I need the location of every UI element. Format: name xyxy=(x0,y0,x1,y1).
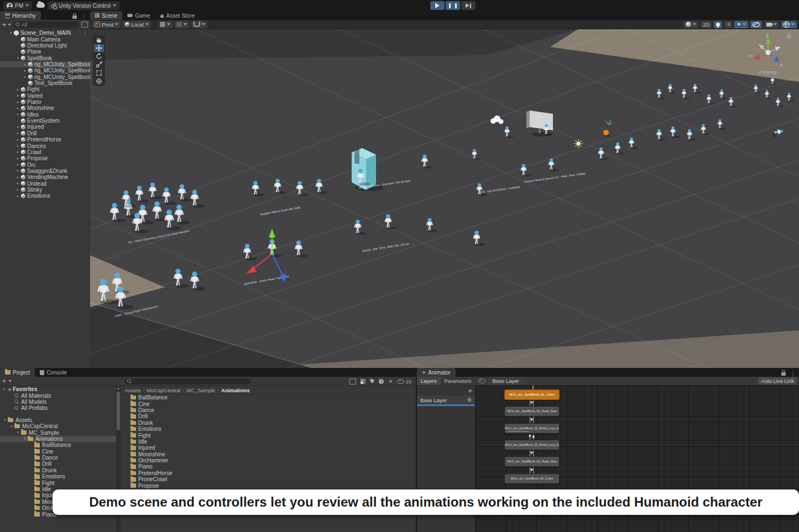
animator-state-node[interactable]: MCU_am_SpellBook_03_Chant xyxy=(504,473,560,484)
folder-row[interactable]: ProneCrawl xyxy=(121,476,416,482)
animator-state-node[interactable]: MCU_am_SpellBook_02_Read_Start xyxy=(504,406,560,417)
tab-console[interactable]: Console xyxy=(35,368,72,377)
expand-arrow-icon[interactable]: ▸ xyxy=(15,138,21,142)
hierarchy-row[interactable]: ▸ Varied xyxy=(0,93,90,99)
expand-arrow-icon[interactable]: ▸ xyxy=(15,194,21,198)
eye-icon[interactable] xyxy=(397,379,404,384)
expand-arrow-icon[interactable]: ▸ xyxy=(15,93,21,98)
favorites-header-row[interactable]: ▾ ★ Favorites xyxy=(0,386,116,392)
version-control-button[interactable]: Unity Version Control xyxy=(48,2,119,10)
rect-tool[interactable] xyxy=(94,69,104,77)
hierarchy-row[interactable]: ▸ Stinky xyxy=(0,187,90,193)
save-search-icon[interactable] xyxy=(349,378,356,384)
step-button[interactable] xyxy=(461,1,476,10)
expand-arrow-icon[interactable]: ▸ xyxy=(15,162,21,167)
camera-settings-button[interactable] xyxy=(764,21,779,28)
auto-live-link-button[interactable]: Auto Live Link xyxy=(758,377,797,384)
lock-icon[interactable] xyxy=(781,372,786,376)
expand-arrow-icon[interactable]: ▾ xyxy=(9,424,14,429)
favorite-star-icon[interactable]: ★ xyxy=(388,379,393,384)
chevron-down-icon[interactable] xyxy=(8,24,11,26)
expand-arrow-icon[interactable]: ▾ xyxy=(15,430,21,435)
hierarchy-row[interactable]: ▸ Propose xyxy=(0,155,90,161)
gear-icon[interactable]: ⚙ xyxy=(467,397,472,403)
tree-row[interactable]: ▾ MC_Sample xyxy=(0,429,116,435)
hierarchy-row[interactable]: ▸ Piano xyxy=(0,99,90,105)
hierarchy-row[interactable]: ▸ Orc xyxy=(0,161,90,167)
tab-scene[interactable]: Scene xyxy=(90,11,122,20)
expand-arrow-icon[interactable]: ▸ xyxy=(15,144,21,148)
folder-row[interactable]: Idle xyxy=(121,439,416,445)
expand-arrow-icon[interactable]: ▸ xyxy=(15,187,21,192)
hierarchy-row[interactable]: ▸ Undead xyxy=(0,180,90,186)
animator-state-node[interactable]: MCU_am_SpellBook_02_Read_Loop_02 xyxy=(504,440,560,450)
hierarchy-row[interactable]: ▸ rig_MCUnity_Spellbook_S xyxy=(0,67,90,73)
audio-toggle-button[interactable] xyxy=(724,21,732,28)
tab-game[interactable]: Game xyxy=(122,11,155,20)
animator-state-node[interactable]: MCU_am_SpellBook_02_Read_Stop xyxy=(504,456,560,467)
hierarchy-row[interactable]: Text_SpellBook xyxy=(0,80,90,86)
tree-row[interactable]: ▾ Assets xyxy=(0,417,116,423)
hierarchy-row[interactable]: ▸ rig_MCUnity_Spellbook xyxy=(0,61,90,67)
hierarchy-row[interactable]: ▸ Moonshine xyxy=(0,105,90,111)
gizmos-button[interactable] xyxy=(781,21,797,28)
chevron-down-icon[interactable] xyxy=(8,380,12,382)
tab-asset-store[interactable]: Asset Store xyxy=(155,11,200,20)
draw-mode-button[interactable] xyxy=(683,21,698,28)
account-button[interactable]: PM xyxy=(3,2,32,10)
pick-object-icon[interactable] xyxy=(81,22,88,28)
hierarchy-row[interactable]: ▸ VendingMachine xyxy=(0,174,90,180)
animator-state-node[interactable]: MCU_am_SpellBook_02_Read_Loop_01 xyxy=(504,423,560,434)
kebab-menu-icon[interactable]: ⋮ xyxy=(80,30,90,36)
view-hand-tool[interactable] xyxy=(94,36,104,44)
tree-row[interactable]: Dance xyxy=(0,455,116,461)
info-icon[interactable]: ! xyxy=(379,379,384,384)
scene-viewport[interactable]: Orc - Walk 4 Directions, Root & Non-Root… xyxy=(90,29,799,368)
folder-row[interactable]: OrcHammer xyxy=(121,457,416,463)
expand-arrow-icon[interactable]: ▾ xyxy=(1,387,7,392)
tree-row[interactable]: BallBalance xyxy=(0,442,116,448)
expand-arrow-icon[interactable]: ▸ xyxy=(15,100,21,104)
projection-label[interactable]: < Persp xyxy=(744,69,791,75)
increment-snap-button[interactable] xyxy=(175,21,189,28)
hierarchy-row[interactable]: ▸ Crawl xyxy=(0,149,90,155)
expand-arrow-icon[interactable]: ▾ xyxy=(2,418,8,422)
hierarchy-row[interactable]: ▸ Fight xyxy=(0,86,90,92)
hierarchy-row[interactable]: ▸ Drill xyxy=(0,130,90,136)
folder-row[interactable]: Cine xyxy=(121,401,416,407)
scale-tool[interactable] xyxy=(94,61,104,69)
folder-row[interactable]: Drunk xyxy=(121,420,416,426)
favorite-row[interactable]: All Materials xyxy=(0,392,116,398)
expand-arrow-icon[interactable]: ▸ xyxy=(15,175,21,180)
folder-row[interactable]: Drill xyxy=(121,413,416,419)
tab-project[interactable]: Project xyxy=(0,368,35,377)
hierarchy-row[interactable]: Directional Light xyxy=(0,43,90,49)
parameters-tab[interactable]: Parameters xyxy=(441,377,476,385)
expand-arrow-icon[interactable]: ▾ xyxy=(22,436,28,441)
hierarchy-row[interactable]: ▸ Emotions xyxy=(0,193,90,199)
expand-arrow-icon[interactable]: ▸ xyxy=(15,131,21,135)
expand-arrow-icon[interactable]: ▸ xyxy=(15,156,21,161)
transition-arrow-icon[interactable]: ▼ xyxy=(524,400,539,405)
hierarchy-row[interactable]: ▸ Dances xyxy=(0,143,90,149)
folder-row[interactable]: BallBalance xyxy=(121,394,416,401)
tree-row[interactable]: Drunk xyxy=(0,467,116,473)
toggle-2d-button[interactable]: 2D xyxy=(701,21,712,28)
tab-hierarchy[interactable]: Hierarchy xyxy=(0,11,41,20)
effects-button[interactable]: ✦ xyxy=(734,21,748,28)
tree-row[interactable]: Cine xyxy=(0,449,116,455)
create-asset-button[interactable]: + xyxy=(2,377,6,385)
hierarchy-search-input[interactable]: All xyxy=(13,22,80,28)
move-tool[interactable] xyxy=(94,44,104,52)
transform-tool[interactable] xyxy=(94,77,104,85)
scene-header-row[interactable]: ▾ Scene_Demo_MAIN ⋮ xyxy=(0,30,90,36)
add-layer-button[interactable]: + xyxy=(468,387,472,395)
tree-row[interactable]: Drill xyxy=(0,461,116,467)
snap-magnet-button[interactable] xyxy=(191,21,207,28)
expand-arrow-icon[interactable]: ▸ xyxy=(15,112,21,117)
expand-arrow-icon[interactable]: ▸ xyxy=(15,125,21,129)
rotate-tool[interactable] xyxy=(94,52,104,60)
expand-arrow-icon[interactable]: ▸ xyxy=(15,181,21,186)
folder-row[interactable]: Fight xyxy=(121,432,416,438)
folder-row[interactable]: Propose xyxy=(121,482,416,488)
